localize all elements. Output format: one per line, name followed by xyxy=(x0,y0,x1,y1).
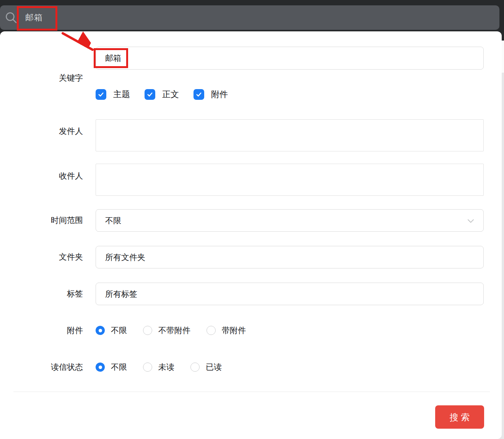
checkbox-checked-icon xyxy=(193,89,204,100)
folder-value: 所有文件夹 xyxy=(105,246,145,268)
recipient-input[interactable] xyxy=(96,164,484,196)
folder-label: 文件夹 xyxy=(13,251,83,263)
chevron-down-icon xyxy=(467,217,475,225)
radio-label: 带附件 xyxy=(222,325,246,336)
background-page-sliver xyxy=(502,41,504,73)
radio-attachment-unlimited[interactable]: 不限 xyxy=(96,325,127,336)
top-bar: 邮箱 xyxy=(0,0,504,31)
keyword-label: 关键字 xyxy=(13,72,83,84)
time-range-label: 时间范围 xyxy=(13,215,83,226)
checkbox-label: 正文 xyxy=(162,89,179,100)
checkbox-label: 附件 xyxy=(211,89,228,100)
read-status-radio-group: 不限 未读 已读 xyxy=(96,362,222,372)
checkbox-attachment[interactable]: 附件 xyxy=(193,89,228,100)
checkbox-subject[interactable]: 主题 xyxy=(96,89,130,100)
read-status-label: 读信状态 xyxy=(13,361,83,373)
radio-label: 已读 xyxy=(206,362,222,372)
radio-label: 不带附件 xyxy=(158,325,190,336)
recipient-label: 收件人 xyxy=(13,170,83,182)
search-icon xyxy=(5,11,17,24)
radio-label: 不限 xyxy=(111,362,127,372)
radio-read-unread[interactable]: 未读 xyxy=(143,362,174,372)
checkbox-body[interactable]: 正文 xyxy=(145,89,179,100)
global-search-input[interactable]: 邮箱 xyxy=(0,5,499,30)
radio-unselected-icon xyxy=(206,326,216,335)
radio-unselected-icon xyxy=(190,363,200,372)
radio-read-unlimited[interactable]: 不限 xyxy=(96,362,127,372)
global-search-value: 邮箱 xyxy=(25,5,43,30)
sender-label: 发件人 xyxy=(13,125,83,137)
tag-select[interactable]: 所有标签 xyxy=(96,283,484,305)
advanced-search-panel: 关键字 主题 正文 附件 发件人 收件人 时间范围 不限 xyxy=(0,31,502,439)
search-button[interactable]: 搜 索 xyxy=(435,405,484,429)
footer-divider xyxy=(13,392,490,392)
radio-selected-icon xyxy=(96,363,105,372)
radio-attachment-with[interactable]: 带附件 xyxy=(206,325,246,336)
radio-label: 不限 xyxy=(111,325,127,336)
search-scope-group: 主题 正文 附件 xyxy=(96,89,228,100)
tag-value: 所有标签 xyxy=(105,283,137,305)
background-page-sliver xyxy=(502,73,504,439)
attachment-label: 附件 xyxy=(13,325,83,336)
radio-label: 未读 xyxy=(158,362,174,372)
folder-select[interactable]: 所有文件夹 xyxy=(96,246,484,268)
checkbox-label: 主题 xyxy=(113,89,130,100)
radio-unselected-icon xyxy=(143,326,152,335)
checkbox-checked-icon xyxy=(145,89,155,100)
radio-unselected-icon xyxy=(143,363,152,372)
keyword-input[interactable] xyxy=(96,47,484,70)
attachment-radio-group: 不限 不带附件 带附件 xyxy=(96,325,246,335)
radio-attachment-without[interactable]: 不带附件 xyxy=(143,325,190,336)
checkbox-checked-icon xyxy=(96,89,106,100)
sender-input[interactable] xyxy=(96,119,484,151)
time-range-select[interactable]: 不限 xyxy=(96,209,484,232)
time-range-value: 不限 xyxy=(105,210,121,231)
radio-selected-icon xyxy=(96,326,105,335)
tag-label: 标签 xyxy=(13,288,83,299)
radio-read-read[interactable]: 已读 xyxy=(190,362,222,372)
